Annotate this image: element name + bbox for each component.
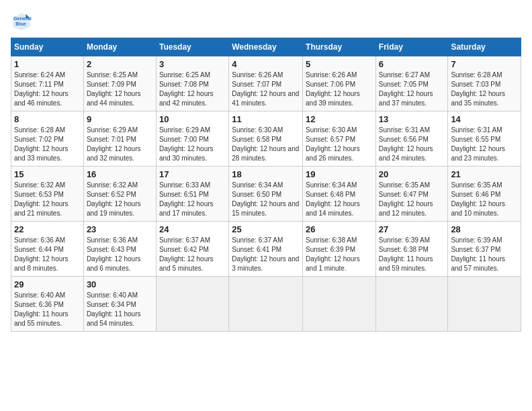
calendar-cell <box>375 277 448 332</box>
day-info: Sunrise: 6:27 AM Sunset: 7:05 PM Dayligh… <box>379 71 445 108</box>
col-header-wednesday: Wednesday <box>229 38 303 56</box>
day-info: Sunrise: 6:28 AM Sunset: 7:02 PM Dayligh… <box>14 126 81 163</box>
day-info: Sunrise: 6:35 AM Sunset: 6:47 PM Dayligh… <box>379 181 445 218</box>
calendar-cell: 6 Sunrise: 6:27 AM Sunset: 7:05 PM Dayli… <box>375 56 448 111</box>
day-number: 10 <box>159 114 226 124</box>
day-info: Sunrise: 6:25 AM Sunset: 7:08 PM Dayligh… <box>159 71 226 108</box>
calendar-cell: 26 Sunrise: 6:38 AM Sunset: 6:39 PM Dayl… <box>303 222 376 277</box>
col-header-monday: Monday <box>83 38 156 56</box>
day-info: Sunrise: 6:36 AM Sunset: 6:44 PM Dayligh… <box>14 236 81 273</box>
week-row-3: 15 Sunrise: 6:32 AM Sunset: 6:53 PM Dayl… <box>11 167 521 222</box>
day-info: Sunrise: 6:31 AM Sunset: 6:55 PM Dayligh… <box>451 126 518 163</box>
calendar-cell: 18 Sunrise: 6:34 AM Sunset: 6:50 PM Dayl… <box>229 167 303 222</box>
day-number: 27 <box>379 224 445 234</box>
day-number: 1 <box>14 59 81 69</box>
day-info: Sunrise: 6:39 AM Sunset: 6:38 PM Dayligh… <box>379 236 445 273</box>
calendar-cell <box>156 277 228 332</box>
day-number: 28 <box>451 224 518 234</box>
header-row: SundayMondayTuesdayWednesdayThursdayFrid… <box>11 38 521 56</box>
calendar-cell: 14 Sunrise: 6:31 AM Sunset: 6:55 PM Dayl… <box>448 111 521 167</box>
calendar-cell: 4 Sunrise: 6:26 AM Sunset: 7:07 PM Dayli… <box>229 56 303 111</box>
day-number: 13 <box>379 114 445 124</box>
calendar-cell: 7 Sunrise: 6:28 AM Sunset: 7:03 PM Dayli… <box>448 56 521 111</box>
col-header-tuesday: Tuesday <box>156 38 228 56</box>
day-number: 14 <box>451 114 518 124</box>
day-number: 30 <box>87 279 153 289</box>
calendar-cell: 28 Sunrise: 6:39 AM Sunset: 6:37 PM Dayl… <box>448 222 521 277</box>
calendar-cell: 10 Sunrise: 6:29 AM Sunset: 7:00 PM Dayl… <box>156 111 228 167</box>
day-info: Sunrise: 6:29 AM Sunset: 7:01 PM Dayligh… <box>87 126 153 163</box>
day-number: 2 <box>87 59 153 69</box>
week-row-4: 22 Sunrise: 6:36 AM Sunset: 6:44 PM Dayl… <box>11 222 521 277</box>
day-info: Sunrise: 6:40 AM Sunset: 6:36 PM Dayligh… <box>14 291 81 328</box>
day-number: 23 <box>87 224 153 234</box>
day-info: Sunrise: 6:39 AM Sunset: 6:37 PM Dayligh… <box>451 236 518 273</box>
col-header-thursday: Thursday <box>303 38 376 56</box>
calendar-cell: 24 Sunrise: 6:37 AM Sunset: 6:42 PM Dayl… <box>156 222 228 277</box>
day-info: Sunrise: 6:33 AM Sunset: 6:51 PM Dayligh… <box>159 181 226 218</box>
day-number: 4 <box>232 59 300 69</box>
calendar-cell: 1 Sunrise: 6:24 AM Sunset: 7:11 PM Dayli… <box>11 56 84 111</box>
day-number: 8 <box>14 114 81 124</box>
day-number: 20 <box>379 169 445 179</box>
day-info: Sunrise: 6:40 AM Sunset: 6:34 PM Dayligh… <box>87 291 153 328</box>
day-info: Sunrise: 6:30 AM Sunset: 6:58 PM Dayligh… <box>232 126 300 163</box>
calendar-cell: 13 Sunrise: 6:31 AM Sunset: 6:56 PM Dayl… <box>375 111 448 167</box>
day-info: Sunrise: 6:38 AM Sunset: 6:39 PM Dayligh… <box>306 236 373 273</box>
logo: General Blue <box>11 11 35 32</box>
calendar-cell: 2 Sunrise: 6:25 AM Sunset: 7:09 PM Dayli… <box>83 56 156 111</box>
calendar-cell: 21 Sunrise: 6:35 AM Sunset: 6:46 PM Dayl… <box>448 167 521 222</box>
calendar-cell: 27 Sunrise: 6:39 AM Sunset: 6:38 PM Dayl… <box>375 222 448 277</box>
day-number: 16 <box>87 169 153 179</box>
day-number: 12 <box>306 114 373 124</box>
calendar-cell: 16 Sunrise: 6:32 AM Sunset: 6:52 PM Dayl… <box>83 167 156 222</box>
calendar-cell: 19 Sunrise: 6:34 AM Sunset: 6:48 PM Dayl… <box>303 167 376 222</box>
calendar-cell: 8 Sunrise: 6:28 AM Sunset: 7:02 PM Dayli… <box>11 111 84 167</box>
day-number: 24 <box>159 224 226 234</box>
calendar-cell: 30 Sunrise: 6:40 AM Sunset: 6:34 PM Dayl… <box>83 277 156 332</box>
day-info: Sunrise: 6:25 AM Sunset: 7:09 PM Dayligh… <box>87 71 153 108</box>
week-row-2: 8 Sunrise: 6:28 AM Sunset: 7:02 PM Dayli… <box>11 111 521 167</box>
day-info: Sunrise: 6:26 AM Sunset: 7:07 PM Dayligh… <box>232 71 300 108</box>
day-number: 29 <box>14 279 81 289</box>
calendar-cell: 15 Sunrise: 6:32 AM Sunset: 6:53 PM Dayl… <box>11 167 84 222</box>
day-info: Sunrise: 6:26 AM Sunset: 7:06 PM Dayligh… <box>306 71 373 108</box>
day-number: 26 <box>306 224 373 234</box>
day-number: 7 <box>451 59 518 69</box>
col-header-sunday: Sunday <box>11 38 84 56</box>
day-number: 11 <box>232 114 300 124</box>
day-number: 18 <box>232 169 300 179</box>
col-header-saturday: Saturday <box>448 38 521 56</box>
calendar-cell: 3 Sunrise: 6:25 AM Sunset: 7:08 PM Dayli… <box>156 56 228 111</box>
day-info: Sunrise: 6:34 AM Sunset: 6:48 PM Dayligh… <box>306 181 373 218</box>
svg-text:Blue: Blue <box>15 21 26 27</box>
calendar-cell <box>229 277 303 332</box>
day-info: Sunrise: 6:35 AM Sunset: 6:46 PM Dayligh… <box>451 181 518 218</box>
logo-icon: General Blue <box>11 11 32 32</box>
day-info: Sunrise: 6:34 AM Sunset: 6:50 PM Dayligh… <box>232 181 300 218</box>
calendar-cell: 5 Sunrise: 6:26 AM Sunset: 7:06 PM Dayli… <box>303 56 376 111</box>
day-number: 6 <box>379 59 445 69</box>
week-row-1: 1 Sunrise: 6:24 AM Sunset: 7:11 PM Dayli… <box>11 56 521 111</box>
page-header: General Blue <box>11 11 521 32</box>
calendar-cell: 23 Sunrise: 6:36 AM Sunset: 6:43 PM Dayl… <box>83 222 156 277</box>
calendar-cell: 20 Sunrise: 6:35 AM Sunset: 6:47 PM Dayl… <box>375 167 448 222</box>
calendar-cell: 9 Sunrise: 6:29 AM Sunset: 7:01 PM Dayli… <box>83 111 156 167</box>
calendar-cell: 29 Sunrise: 6:40 AM Sunset: 6:36 PM Dayl… <box>11 277 84 332</box>
col-header-friday: Friday <box>375 38 448 56</box>
day-number: 21 <box>451 169 518 179</box>
calendar-cell: 12 Sunrise: 6:30 AM Sunset: 6:57 PM Dayl… <box>303 111 376 167</box>
day-info: Sunrise: 6:36 AM Sunset: 6:43 PM Dayligh… <box>87 236 153 273</box>
calendar-cell: 17 Sunrise: 6:33 AM Sunset: 6:51 PM Dayl… <box>156 167 228 222</box>
day-info: Sunrise: 6:32 AM Sunset: 6:53 PM Dayligh… <box>14 181 81 218</box>
calendar-cell <box>448 277 521 332</box>
day-info: Sunrise: 6:28 AM Sunset: 7:03 PM Dayligh… <box>451 71 518 108</box>
day-number: 15 <box>14 169 81 179</box>
day-number: 22 <box>14 224 81 234</box>
day-number: 17 <box>159 169 226 179</box>
day-number: 9 <box>87 114 153 124</box>
calendar-cell: 25 Sunrise: 6:37 AM Sunset: 6:41 PM Dayl… <box>229 222 303 277</box>
day-number: 19 <box>306 169 373 179</box>
day-number: 25 <box>232 224 300 234</box>
day-info: Sunrise: 6:37 AM Sunset: 6:42 PM Dayligh… <box>159 236 226 273</box>
